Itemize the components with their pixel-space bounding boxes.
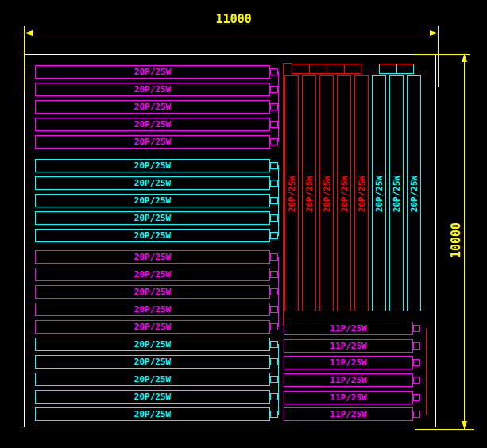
dimension-arrow-left-icon [25, 30, 33, 36]
cap-divider [344, 64, 345, 74]
group-bus-line[interactable] [278, 165, 279, 236]
lamp-bar-label: 11P/25W [330, 342, 366, 350]
connector-stub[interactable] [270, 86, 278, 93]
lamp-bar-label: 11P/25W [330, 358, 366, 367]
vertical-lamp-bar[interactable]: 20P/25W [319, 75, 334, 311]
dimension-arrow-up-icon [462, 54, 467, 62]
horizontal-lamp-bar[interactable]: 20P/25W [35, 176, 270, 190]
lamp-bar-label: 20P/25W [134, 392, 171, 401]
horizontal-lamp-bar[interactable]: 20P/25W [35, 303, 270, 316]
horizontal-lamp-bar[interactable]: 20P/25W [35, 83, 270, 96]
lamp-bar-label: 20P/25W [134, 375, 171, 384]
vertical-lamp-bar[interactable]: 20P/25W [302, 75, 316, 311]
cap-divider [327, 64, 327, 74]
connector-stub[interactable] [270, 271, 278, 278]
connector-stub[interactable] [270, 376, 278, 383]
width-dimension-extension-left [24, 26, 25, 91]
horizontal-lamp-bar[interactable]: 20P/25W [35, 159, 270, 172]
connector-stub[interactable] [270, 341, 278, 348]
bottom-lamp-bar[interactable]: 11P/25W [284, 373, 413, 387]
horizontal-lamp-bar[interactable]: 20P/25W [35, 407, 270, 421]
group-bus-line[interactable] [278, 71, 279, 142]
vertical-lamp-bar[interactable]: 20P/25W [284, 75, 299, 311]
horizontal-lamp-bar[interactable]: 20P/25W [35, 355, 270, 369]
lamp-bar-label: 20P/25W [134, 85, 171, 94]
horizontal-lamp-bar[interactable]: 20P/25W [35, 194, 270, 207]
connector-stub[interactable] [270, 162, 278, 169]
connector-stub[interactable] [270, 232, 278, 239]
horizontal-lamp-bar[interactable]: 20P/25W [35, 118, 270, 131]
bottom-lamp-bar[interactable]: 11P/25W [284, 322, 413, 335]
connector-stub[interactable] [270, 358, 278, 365]
connector-stub[interactable] [413, 377, 420, 384]
connector-stub[interactable] [413, 359, 420, 366]
connector-stub[interactable] [270, 180, 278, 187]
bottom-lamp-bar[interactable]: 11P/25W [284, 407, 413, 421]
bottom-lamp-bar[interactable]: 11P/25W [284, 391, 413, 404]
horizontal-lamp-bar[interactable]: 20P/25W [35, 268, 270, 281]
horizontal-lamp-bar[interactable]: 20P/25W [35, 229, 270, 242]
horizontal-lamp-bar[interactable]: 20P/25W [35, 65, 270, 79]
horizontal-lamp-bar[interactable]: 20P/25W [35, 100, 270, 114]
bottom-lamp-bar[interactable]: 11P/25W [284, 356, 413, 369]
connector-stub[interactable] [413, 411, 420, 418]
dimension-arrow-right-icon [430, 30, 438, 36]
horizontal-lamp-bar[interactable]: 20P/25W [35, 373, 270, 386]
lamp-bar-label: 20P/25W [134, 68, 171, 76]
group-bus-line[interactable] [426, 328, 427, 415]
connector-stub[interactable] [270, 103, 278, 110]
vertical-lamp-bar[interactable]: 20P/25W [337, 75, 351, 311]
horizontal-lamp-bar[interactable]: 20P/25W [35, 320, 270, 334]
lamp-bar-label: 20P/25W [134, 161, 171, 170]
cap-top-line [292, 64, 361, 64]
horizontal-lamp-bar[interactable]: 20P/25W [35, 250, 270, 264]
connector-stub[interactable] [270, 288, 278, 295]
vertical-lamp-bar[interactable]: 20P/25W [354, 75, 369, 311]
lamp-bar-label: 11P/25W [330, 410, 366, 419]
horizontal-lamp-bar[interactable]: 20P/25W [35, 211, 270, 225]
connector-stub[interactable] [270, 253, 278, 261]
vertical-lamp-bar[interactable]: 20P/25W [407, 75, 421, 311]
connector-stub[interactable] [270, 68, 278, 75]
height-dimension-extension-bottom [415, 429, 474, 430]
connector-stub[interactable] [270, 197, 278, 204]
bottom-lamp-bar[interactable]: 11P/25W [284, 339, 413, 353]
height-dimension-extension-top [414, 54, 470, 55]
vertical-lamp-bar[interactable]: 20P/25W [372, 75, 386, 311]
horizontal-lamp-bar[interactable]: 20P/25W [35, 338, 270, 351]
horizontal-lamp-bar[interactable]: 20P/25W [35, 390, 270, 404]
cap-divider [309, 64, 310, 74]
group-bus-line[interactable] [278, 257, 279, 327]
horizontal-lamp-bar[interactable]: 20P/25W [35, 285, 270, 299]
lamp-bar-label: 11P/25W [330, 393, 366, 402]
connector-stub[interactable] [270, 323, 278, 330]
lamp-bar-label: 20P/25W [304, 175, 315, 211]
lamp-bar-label: 20P/25W [134, 305, 171, 314]
connector-stub[interactable] [270, 411, 278, 418]
lamp-bar-label: 20P/25W [134, 214, 171, 222]
height-dimension-line[interactable] [464, 54, 465, 429]
connector-stub[interactable] [413, 342, 420, 350]
connector-stub[interactable] [413, 394, 420, 401]
riser-line[interactable] [283, 63, 284, 326]
connector-stub[interactable] [270, 138, 278, 145]
cad-drawing-canvas[interactable]: 11000 10000 20P/25W20P/25W20P/25W20P/25W… [0, 0, 487, 448]
vertical-lamp-bar[interactable]: 20P/25W [389, 75, 404, 311]
horizontal-lamp-bar[interactable]: 20P/25W [35, 135, 270, 149]
lamp-bar-label: 20P/25W [357, 175, 367, 211]
connector-stub[interactable] [270, 121, 278, 128]
lamp-bar-label: 20P/25W [339, 175, 350, 211]
lamp-bar-label: 20P/25W [134, 137, 171, 146]
lamp-bar-label: 20P/25W [134, 357, 171, 366]
group-bus-line[interactable] [278, 344, 279, 415]
connector-stub[interactable] [413, 325, 420, 332]
lamp-bar-label: 20P/25W [134, 410, 171, 419]
lamp-bar-label: 11P/25W [330, 324, 366, 333]
connector-stub[interactable] [270, 393, 278, 400]
connector-stub[interactable] [270, 214, 278, 222]
connector-stub[interactable] [270, 306, 278, 313]
lamp-bar-label: 20P/25W [134, 231, 171, 240]
lamp-bar-label: 20P/25W [134, 179, 171, 187]
width-dimension-line[interactable] [25, 33, 438, 33]
lamp-bar-label: 20P/25W [409, 175, 419, 211]
